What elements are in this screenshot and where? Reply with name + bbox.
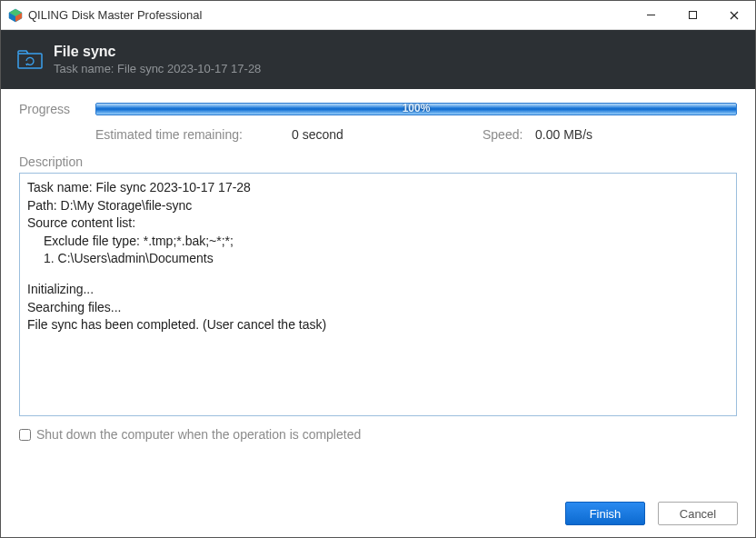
footer-buttons: Finish Cancel bbox=[565, 502, 738, 525]
eta-label: Estimated time remaining: bbox=[95, 127, 292, 142]
window-controls bbox=[630, 1, 755, 29]
log-line: 1. C:\Users\admin\Documents bbox=[27, 250, 729, 268]
progress-percent: 100% bbox=[403, 103, 431, 115]
log-line: Task name: File sync 2023-10-17 17-28 bbox=[27, 179, 729, 197]
description-box[interactable]: Task name: File sync 2023-10-17 17-28 Pa… bbox=[19, 173, 737, 416]
title-bar: QILING Disk Master Professional bbox=[1, 1, 755, 30]
progress-label: Progress bbox=[19, 102, 85, 116]
maximize-button[interactable] bbox=[671, 1, 713, 29]
folder-sync-icon bbox=[17, 50, 43, 70]
cancel-button[interactable]: Cancel bbox=[658, 502, 738, 525]
eta-value: 0 second bbox=[292, 127, 482, 142]
svg-rect-5 bbox=[689, 12, 696, 19]
app-icon bbox=[8, 8, 23, 23]
description-label: Description bbox=[19, 154, 737, 169]
shutdown-checkbox[interactable] bbox=[19, 429, 31, 441]
header: File sync Task name: File sync 2023-10-1… bbox=[1, 30, 755, 89]
log-line: Exclude file type: *.tmp;*.bak;~*;*; bbox=[27, 233, 729, 251]
log-spacer bbox=[27, 268, 729, 281]
stats-row: Estimated time remaining: 0 second Speed… bbox=[19, 127, 737, 142]
log-line: Source content list: bbox=[27, 214, 729, 233]
log-line: Path: D:\My Storage\file-sync bbox=[27, 197, 729, 215]
content: Progress 100% Estimated time remaining: … bbox=[1, 89, 755, 451]
speed-label: Speed: bbox=[482, 127, 535, 142]
app-title: QILING Disk Master Professional bbox=[28, 8, 630, 22]
finish-button[interactable]: Finish bbox=[565, 502, 645, 525]
header-subtitle: Task name: File sync 2023-10-17 17-28 bbox=[54, 62, 261, 75]
shutdown-label: Shut down the computer when the operatio… bbox=[36, 427, 361, 442]
minimize-button[interactable] bbox=[630, 1, 671, 29]
log-line: Initializing... bbox=[27, 281, 729, 299]
progress-bar: 100% bbox=[95, 103, 737, 115]
header-title: File sync bbox=[54, 44, 261, 60]
log-line: File sync has been completed. (User canc… bbox=[27, 316, 729, 334]
shutdown-option[interactable]: Shut down the computer when the operatio… bbox=[19, 427, 737, 442]
log-line: Searching files... bbox=[27, 299, 729, 317]
svg-rect-8 bbox=[18, 54, 42, 68]
close-button[interactable] bbox=[713, 1, 755, 29]
progress-row: Progress 100% bbox=[19, 102, 737, 116]
speed-value: 0.00 MB/s bbox=[535, 127, 592, 142]
header-text: File sync Task name: File sync 2023-10-1… bbox=[54, 44, 261, 75]
